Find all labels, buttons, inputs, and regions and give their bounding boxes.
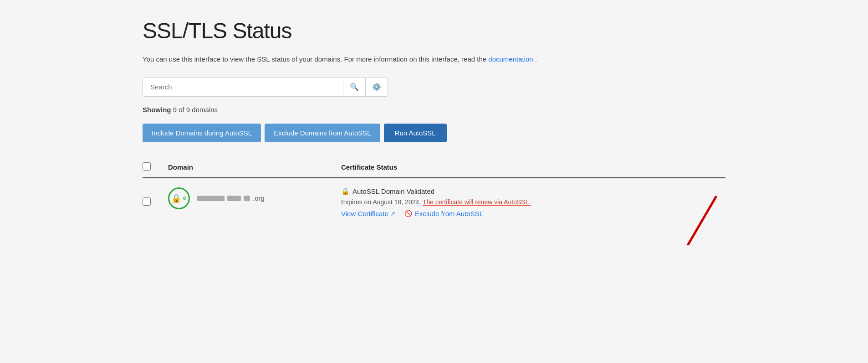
page-title: SSL/TLS Status [143,18,725,43]
status-expires: Expires on August 18, 2024. The certific… [341,197,718,207]
redact-block-3 [244,196,250,201]
action-buttons: Include Domains during AutoSSL Exclude D… [143,124,725,142]
exclude-from-autossl-link[interactable]: 🚫 Exclude from AutoSSL [404,210,483,218]
search-button[interactable]: 🔍 [343,78,365,97]
description-suffix: . [535,55,537,63]
gear-icon: ⚙️ [372,83,381,91]
domains-table: Domain Certificate Status 🔒 ⚙ [143,157,725,227]
row-checkbox[interactable] [143,197,151,206]
header-checkbox-cell [143,157,161,178]
exclude-from-label: Exclude from AutoSSL [415,210,483,218]
expires-text: Expires on August 18, 2024. [341,198,421,206]
showing-count: Showing 9 of 9 domains [143,106,725,114]
table-header-row: Domain Certificate Status [143,157,725,178]
domain-ssl-icon: 🔒 ⚙ [168,187,190,209]
description-prefix: You can use this interface to view the S… [143,55,488,63]
showing-label: Showing [143,106,171,114]
showing-value: 9 of 9 domains [173,106,218,114]
table-row: 🔒 ⚙ .org 🔒 [143,178,725,227]
header-domain: Domain [161,157,334,178]
status-validated: 🔒 AutoSSL Domain Validated [341,187,718,196]
gear-badge-icon: ⚙ [183,196,187,201]
view-certificate-label: View Certificate [341,210,388,218]
domain-name: .org [197,194,265,202]
redact-block-2 [227,196,241,201]
header-status: Certificate Status [334,157,725,178]
status-links: View Certificate ↗ 🚫 Exclude from AutoSS… [341,210,718,218]
exclude-icon: 🚫 [404,210,412,217]
external-link-icon: ↗ [390,210,395,217]
include-domains-button[interactable]: Include Domains during AutoSSL [143,124,261,142]
search-bar: 🔍 ⚙️ [143,78,725,97]
settings-button[interactable]: ⚙️ [365,78,388,97]
documentation-link[interactable]: documentation [488,55,533,63]
search-icon: 🔍 [350,83,359,91]
status-lock-icon: 🔒 [341,187,350,196]
page-container: SSL/TLS Status You can use this interfac… [115,0,753,245]
status-type-text: AutoSSL Domain Validated [352,187,434,195]
run-autossl-button[interactable]: Run AutoSSL [384,124,447,142]
status-cell: 🔒 AutoSSL Domain Validated Expires on Au… [334,178,725,227]
page-description: You can use this interface to view the S… [143,54,725,65]
row-checkbox-cell [143,178,161,227]
lock-badge-icon: 🔒 [171,193,181,203]
search-input[interactable] [143,78,343,97]
renew-text: The certificate will renew via AutoSSL. [423,198,531,206]
redact-block-1 [197,196,225,201]
domain-suffix: .org [253,194,265,202]
exclude-domains-button[interactable]: Exclude Domains from AutoSSL [265,124,380,142]
view-certificate-link[interactable]: View Certificate ↗ [341,210,395,218]
select-all-checkbox[interactable] [143,162,151,171]
domain-cell: 🔒 ⚙ .org [161,178,334,227]
